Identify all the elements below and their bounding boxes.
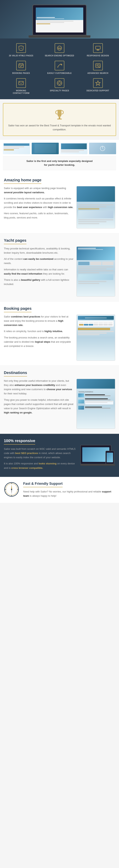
responsive-text: 100% responsive Sailor was built from sc… (4, 439, 76, 472)
destinations-screenshot: Summary destinations (76, 379, 115, 429)
svg-rect-7 (19, 64, 23, 68)
feature-advanced-label: ADVANCED SEARCH (80, 72, 115, 74)
svg-text:◇: ◇ (20, 47, 22, 49)
advanced-search-icon (93, 61, 103, 70)
booking-pages-content: Sailor combines best practices for your … (4, 315, 115, 361)
yacht-pages-p2: All of the content can easily be customi… (4, 257, 74, 266)
destinations-p1: Not only they provide useful information… (4, 379, 74, 396)
specialty-icon (55, 78, 64, 88)
svg-point-21 (58, 82, 61, 84)
svg-rect-13 (96, 64, 100, 67)
feature-contact-form: WORKINGCONTACT FORM (4, 78, 39, 94)
support-section: N S E W Fast & Friendly Support Need hel… (0, 477, 119, 503)
support-text: Fast & Friendly Support Need help with S… (23, 482, 115, 498)
booking-pages-section: Booking pages Sailor combines best pract… (0, 302, 119, 366)
booking-pages-p1: Sailor combines best practices for your … (4, 315, 74, 327)
gallery-item-1 (3, 143, 30, 154)
feature-advanced-search: ADVANCED SEARCH (80, 61, 115, 74)
destinations-p2: They give you power to create helpful, i… (4, 398, 74, 415)
svg-rect-28 (57, 119, 62, 119)
amazing-home-p1: Sailor is equipped with an unique landin… (4, 186, 74, 195)
support-title: Fast & Friendly Support (23, 482, 63, 487)
support-p1: Need help with Sailor? No worries, our h… (23, 490, 115, 498)
yacht-pages-title: Yacht pages (4, 238, 26, 244)
compass-icon: N S E W (4, 482, 19, 497)
feature-support: DEDICATED SUPPORT (80, 78, 115, 94)
support-icon (93, 78, 103, 88)
amazing-home-title: Amazing home page (4, 178, 41, 184)
booking-icon (16, 61, 26, 70)
svg-line-31 (102, 149, 104, 149)
award-section: Sailor has won an award for the Best Tra… (3, 103, 116, 136)
svg-point-17 (99, 66, 100, 67)
responsive-p1: Sailor was built from scratch on W3C val… (4, 447, 76, 460)
contact-form-icon (16, 78, 26, 88)
svg-rect-4 (96, 46, 100, 49)
feature-seo: kw SEARCH ENGINE OPTIMIZED (42, 43, 77, 57)
amazing-home-content: Sailor is equipped with an unique landin… (4, 186, 115, 228)
booking-pages-p3: The booking process includes a search ar… (4, 336, 74, 348)
features-row-3: WORKINGCONTACT FORM SPECIALTY PAGES (4, 78, 115, 94)
yacht-pages-p1: They provide technical specifications, a… (4, 247, 74, 255)
yacht-pages-p3: Information is neatly stacked within tab… (4, 268, 74, 276)
feature-specialty: SPECIALTY PAGES (42, 78, 77, 94)
svg-marker-35 (11, 489, 12, 494)
features-row-1: ◇ 26 VALID HTML5 PAGES kw SEARCH ENGINE … (4, 43, 115, 57)
yacht-pages-p4: There is also a beautiful gallery with a… (4, 278, 74, 286)
gallery-item-4 (89, 143, 116, 154)
feature-seo-label: SEARCH ENGINE OPTIMIZED (42, 54, 77, 57)
hero-section (0, 0, 119, 38)
svg-marker-26 (96, 81, 100, 85)
gallery-section: Sailor is the first and only template es… (0, 140, 119, 173)
feature-booking-label: BOOKING PAGES (4, 72, 39, 74)
feature-support-label: DEDICATED SUPPORT (80, 89, 115, 92)
feature-booking: BOOKING PAGES (4, 61, 39, 74)
device-mockup (80, 445, 115, 466)
feature-customizable: EASILY CUSTOMIZABLE (42, 61, 77, 74)
yacht-pages-section: Yacht pages They provide technical speci… (0, 234, 119, 302)
amazing-home-section: Amazing home page Sailor is equipped wit… (0, 173, 119, 234)
gallery-item-2 (32, 143, 59, 154)
svg-text:N: N (11, 483, 12, 485)
svg-text:S: S (11, 495, 12, 496)
gallery-grid (3, 143, 116, 154)
svg-point-40 (11, 489, 12, 490)
feature-contact-label: WORKINGCONTACT FORM (4, 89, 39, 94)
destinations-content: Not only they provide useful information… (4, 379, 115, 429)
feature-customizable-label: EASILY CUSTOMIZABLE (42, 72, 77, 74)
responsive-section: 100% responsive Sailor was built from sc… (0, 434, 119, 477)
amazing-home-p2: It combines trendy elements such as para… (4, 196, 74, 209)
hero-laptop-mockup (32, 5, 87, 35)
feature-specialty-label: SPECIALTY PAGES (42, 89, 77, 92)
feature-html5-label: 26 VALID HTML5 PAGES (4, 54, 39, 57)
booking-pages-p2: It relies on simplicity, function and is… (4, 329, 74, 334)
feature-html5: ◇ 26 VALID HTML5 PAGES (4, 43, 39, 57)
seo-icon: kw (55, 43, 64, 53)
svg-text:kw: kw (58, 47, 61, 50)
feature-responsive: RESPONSIVE DESIGN (80, 43, 115, 57)
destinations-section: Destinations Not only they provide usefu… (0, 366, 119, 434)
amazing-home-screenshot (76, 186, 115, 228)
responsive-p2: It is also 100% responsive and looks stu… (4, 462, 76, 470)
booking-pages-title: Booking pages (4, 306, 31, 312)
laptop-base-mock (80, 464, 115, 466)
yacht-caption-bold: Sailor is the first and only template es… (26, 160, 93, 166)
amazing-home-p3: Hero scenes, featured yachts, calls to a… (4, 211, 74, 220)
svg-text:W: W (5, 489, 6, 490)
gallery-item-3 (60, 143, 88, 154)
feature-responsive-label: RESPONSIVE DESIGN (80, 54, 115, 57)
laptop-base (29, 35, 90, 38)
features-row-2: BOOKING PAGES EASILY CUSTOMIZABLE (4, 61, 115, 74)
booking-pages-screenshot (76, 315, 115, 361)
award-text: Sailor has won an award for the Best Tra… (7, 124, 112, 132)
responsive-icon (93, 43, 103, 53)
responsive-title: 100% responsive (4, 439, 35, 444)
svg-marker-34 (11, 485, 12, 489)
svg-rect-19 (19, 81, 23, 85)
yacht-pages-content: They provide technical specifications, a… (4, 247, 115, 297)
html5-icon: ◇ (16, 43, 26, 53)
features-section: ◇ 26 VALID HTML5 PAGES kw SEARCH ENGINE … (0, 38, 119, 99)
trophy-icon (53, 107, 66, 121)
svg-point-11 (57, 67, 58, 67)
yacht-caption: Sailor is the first and only template es… (3, 156, 116, 170)
